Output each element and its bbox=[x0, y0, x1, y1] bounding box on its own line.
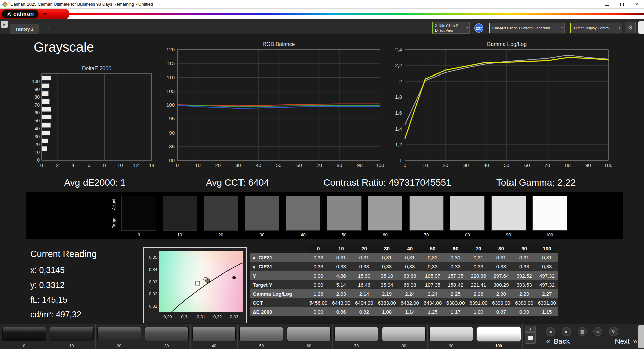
table-row: x: CIE310,330,310,310,310,310,310,310,31… bbox=[250, 253, 558, 262]
stop-button[interactable]: ■ bbox=[546, 327, 555, 336]
swatch-80-actual bbox=[450, 196, 484, 213]
repeat-button[interactable]: ↻ bbox=[609, 327, 618, 336]
pattern-slot: 70 bbox=[333, 324, 380, 349]
table-cell: 0,33 bbox=[398, 262, 421, 271]
svg-text:50: 50 bbox=[34, 118, 40, 123]
bottom-right-grip[interactable] bbox=[638, 325, 644, 348]
pattern-window-button[interactable] bbox=[525, 332, 536, 344]
pattern-level-label: 10 bbox=[48, 344, 95, 348]
table-cell: 6432,00 bbox=[398, 298, 421, 307]
pattern-level-button-0[interactable] bbox=[2, 327, 46, 341]
table-row-label: CCT bbox=[250, 298, 307, 307]
save-button[interactable]: ▦ bbox=[578, 327, 587, 336]
gamma-log-log-chart: Gamma Log/Log010203040506070809010011,21… bbox=[390, 41, 612, 170]
table-cell: 157,35 bbox=[444, 271, 467, 280]
svg-text:Gamma Log/Log: Gamma Log/Log bbox=[487, 41, 527, 47]
back-button[interactable]: Back bbox=[554, 337, 570, 345]
table-cell: 158,42 bbox=[444, 280, 467, 289]
table-cell: 0,33 bbox=[353, 262, 375, 271]
swatch-10-actual bbox=[163, 196, 197, 213]
pattern-generator-dropdown[interactable]: CalMAN Client 3 Pattern Generator ▾ bbox=[489, 23, 565, 33]
table-cell: 0,33 bbox=[490, 262, 513, 271]
calman-logo-menu[interactable]: calman bbox=[0, 9, 69, 19]
table-row-label: Y bbox=[250, 271, 307, 280]
svg-text:70: 70 bbox=[316, 162, 322, 168]
table-row-label: ΔE 2000 bbox=[250, 307, 307, 316]
table-col-header: 100 bbox=[536, 244, 558, 253]
close-icon: × bbox=[635, 1, 638, 7]
pattern-level-button-60[interactable] bbox=[287, 327, 331, 341]
swatch-10-target bbox=[163, 213, 197, 231]
pattern-level-button-70[interactable] bbox=[334, 327, 378, 341]
table-cell: 297,64 bbox=[490, 271, 513, 280]
title-bar: Calman 2025 Calman Ultimate for Business… bbox=[0, 0, 644, 9]
swatch-20-actual bbox=[204, 196, 238, 213]
swatch-level-label: 50 bbox=[327, 232, 362, 237]
table-cell: 2,25 bbox=[444, 289, 467, 298]
tab-history-1[interactable]: History 1 bbox=[10, 24, 39, 34]
pattern-level-label: 90 bbox=[428, 344, 475, 348]
table-cell: 2,27 bbox=[536, 289, 558, 298]
rgb-balance-chart: RGB Balance01020304050607080901008085909… bbox=[163, 41, 384, 170]
add-tab-button[interactable]: + bbox=[46, 25, 50, 31]
close-button[interactable]: × bbox=[629, 0, 644, 8]
table-cell: 0,33 bbox=[536, 262, 558, 271]
current-reading-value: x: 0,3145 bbox=[30, 263, 97, 278]
swatch-90: 90 bbox=[491, 196, 526, 237]
swatch-level-label: 40 bbox=[286, 232, 320, 237]
pattern-level-button-10[interactable] bbox=[50, 327, 93, 341]
table-cell: 1,15 bbox=[536, 307, 558, 316]
collapse-panel-button[interactable]: ▸ bbox=[1, 21, 8, 28]
swatch-70-target bbox=[410, 213, 443, 231]
table-cell: 0,82 bbox=[353, 307, 375, 316]
table-cell: 1,28 bbox=[307, 289, 330, 298]
tabbar-right-grip[interactable] bbox=[638, 21, 644, 34]
play-button[interactable]: ▶ bbox=[562, 327, 571, 336]
svg-text:100: 100 bbox=[166, 102, 175, 108]
table-cell: 1,14 bbox=[398, 307, 421, 316]
pattern-level-button-40[interactable] bbox=[192, 327, 236, 341]
table-cell: 0,66 bbox=[330, 307, 353, 316]
back-next-nav: « Back Next » bbox=[546, 337, 637, 345]
display-control-dropdown[interactable]: Direct Display Control ▾ bbox=[570, 23, 622, 33]
next-button[interactable]: Next bbox=[615, 337, 629, 345]
swatch-30: 30 bbox=[245, 196, 279, 237]
back-chevron-icon[interactable]: « bbox=[546, 337, 550, 345]
table-cell: 0,99 bbox=[513, 307, 536, 316]
swatch-70-actual bbox=[410, 196, 443, 213]
pattern-level-button-100[interactable] bbox=[477, 327, 521, 341]
pattern-level-button-30[interactable] bbox=[145, 327, 188, 341]
tab-bar: ▸ History 1 + X-Rite i1Pro 2 Direct View… bbox=[0, 19, 644, 34]
pattern-level-button-90[interactable] bbox=[429, 327, 473, 341]
pattern-panel-controls: ▲ bbox=[525, 326, 536, 344]
maximize-button[interactable] bbox=[614, 0, 629, 8]
table-cell: 2,24 bbox=[421, 289, 444, 298]
swatch-30-target bbox=[245, 213, 279, 231]
pattern-level-button-20[interactable] bbox=[97, 327, 141, 341]
minimize-button[interactable] bbox=[600, 0, 614, 8]
table-cell: 0,33 bbox=[330, 262, 353, 271]
swatch-20-target bbox=[204, 213, 238, 231]
svg-text:2,4: 2,4 bbox=[395, 47, 402, 52]
stat-avg-cct: Avg CCT: 6404 bbox=[206, 177, 269, 188]
svg-text:4: 4 bbox=[72, 162, 74, 168]
settings-button[interactable]: ⚙ bbox=[625, 22, 636, 33]
stop-icon: ■ bbox=[549, 329, 552, 334]
table-cell: 2,19 bbox=[376, 289, 398, 298]
table-cell: 66,08 bbox=[398, 280, 421, 289]
continuous-button[interactable]: ∞ bbox=[593, 327, 602, 336]
meter-dropdown[interactable]: X-Rite i1Pro 2 Direct View ▾ bbox=[432, 22, 470, 34]
pattern-level-label: 100 bbox=[475, 344, 522, 348]
restore-icon bbox=[620, 3, 624, 6]
swatch-90-target bbox=[492, 213, 526, 231]
table-cell: 1,00 bbox=[467, 307, 490, 316]
svg-text:0: 0 bbox=[37, 157, 40, 163]
next-chevron-icon[interactable]: » bbox=[633, 337, 637, 345]
table-cell: 2,14 bbox=[353, 289, 375, 298]
pattern-level-button-50[interactable] bbox=[239, 327, 283, 341]
table-cell: 0,31 bbox=[330, 253, 353, 262]
pattern-level-button-80[interactable] bbox=[382, 327, 426, 341]
cie-plot bbox=[159, 251, 243, 312]
svg-text:105: 105 bbox=[166, 88, 175, 94]
collapse-pattern-panel-button[interactable]: ▲ bbox=[525, 326, 536, 332]
